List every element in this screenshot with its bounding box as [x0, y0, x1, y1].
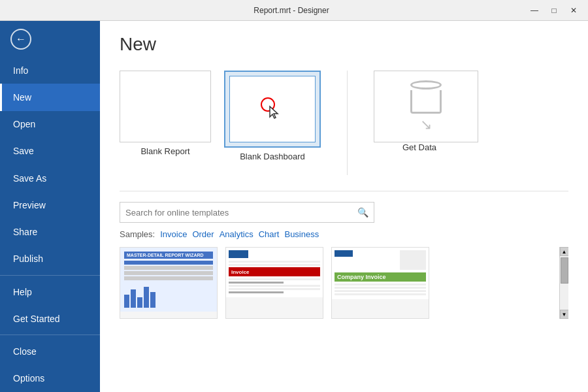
scroll-thumb[interactable]	[561, 257, 568, 284]
blank-dashboard-label: Blank Dashboard	[240, 152, 305, 161]
sidebar-label-save-as: Save As	[13, 173, 46, 184]
inv2-line2	[335, 287, 426, 289]
bar4	[144, 287, 149, 308]
cards-separator	[347, 71, 348, 175]
bar3	[137, 297, 142, 308]
blank-dashboard-inner	[229, 76, 316, 142]
sidebar-item-new[interactable]: New	[0, 84, 100, 110]
inv1-line1	[229, 261, 320, 263]
back-icon: ←	[10, 29, 31, 50]
blank-report-card[interactable]: Blank Report	[120, 71, 211, 156]
maximize-button[interactable]: □	[545, 3, 563, 18]
sidebar-item-close[interactable]: Close	[0, 338, 100, 365]
thumb-md-title: MASTER-DETAIL REPORT WIZARD	[124, 252, 213, 259]
database-icon: ↘	[410, 80, 442, 133]
close-button[interactable]: ✕	[564, 3, 583, 18]
title-bar: Report.mrt - Designer — □ ✕	[0, 0, 588, 21]
thumb-invoice1[interactable]: Invoice	[225, 247, 323, 319]
bar5	[150, 292, 155, 308]
inv1-line5	[229, 285, 320, 287]
db-body	[410, 90, 442, 114]
template-cards: Blank Report Blank Dashboard	[120, 71, 568, 175]
inv1-line7	[229, 291, 284, 293]
bar2	[131, 289, 136, 308]
inv1-red-text: Invoice	[231, 269, 250, 275]
inv1-line4	[229, 282, 284, 284]
pointer-icon	[269, 105, 280, 120]
inv2-address	[400, 250, 426, 270]
sample-business[interactable]: Business	[284, 229, 319, 239]
main-separator	[120, 191, 568, 191]
thumb-md-content: MASTER-DETAIL REPORT WIZARD	[120, 248, 217, 312]
thumb-md-row3	[124, 276, 213, 280]
sidebar-label-save: Save	[13, 146, 34, 156]
sidebar-item-get-started[interactable]: Get Started	[0, 305, 100, 332]
window-controls: — □ ✕	[525, 3, 583, 18]
sidebar-item-save-as[interactable]: Save As	[0, 165, 100, 191]
search-bar[interactable]: 🔍	[120, 202, 374, 223]
sample-chart[interactable]: Chart	[259, 229, 280, 239]
thumb-md-row1	[124, 266, 213, 270]
get-data-label: Get Data	[402, 142, 436, 152]
inv2-line3	[335, 290, 426, 292]
main-panel: New Blank Report	[100, 21, 588, 392]
blank-dashboard-preview	[224, 71, 321, 148]
thumbnails-area: MASTER-DETAIL REPORT WIZARD	[120, 247, 568, 319]
inv2-header	[335, 250, 426, 270]
sidebar-label-preview: Preview	[13, 200, 46, 210]
sidebar-label-share: Share	[13, 227, 37, 237]
bar1	[124, 295, 129, 308]
sidebar-item-help[interactable]: Help	[0, 278, 100, 305]
back-button[interactable]: ←	[0, 21, 100, 57]
inv2-logo	[335, 250, 353, 257]
sidebar-label-help: Help	[13, 287, 32, 297]
inv1-line3	[229, 278, 320, 280]
sidebar-label-get-started: Get Started	[13, 314, 60, 324]
thumbnails-row: MASTER-DETAIL REPORT WIZARD	[120, 247, 429, 319]
scroll-up-button[interactable]: ▲	[560, 247, 569, 256]
svg-marker-0	[270, 106, 278, 118]
sidebar-item-publish[interactable]: Publish	[0, 246, 100, 272]
sidebar-item-open[interactable]: Open	[0, 111, 100, 138]
sidebar-item-save[interactable]: Save	[0, 138, 100, 165]
thumb-invoice2[interactable]: Company Invoice	[331, 247, 429, 319]
sidebar-label-close: Close	[13, 346, 37, 357]
get-data-preview: ↘	[374, 71, 478, 142]
sidebar-item-preview[interactable]: Preview	[0, 191, 100, 218]
blank-report-preview	[120, 71, 211, 142]
thumb-inv1-logo	[229, 250, 248, 258]
sidebar-item-options[interactable]: Options	[0, 365, 100, 392]
app-body: ← Info New Open Save Save As Preview Sha…	[0, 21, 588, 392]
sidebar-label-info: Info	[13, 65, 28, 76]
get-data-card[interactable]: ↘ Get Data	[361, 71, 478, 152]
sample-analytics[interactable]: Analytics	[220, 229, 253, 239]
cursor-icon-area	[259, 96, 286, 122]
window-title: Report.mrt - Designer	[57, 6, 525, 15]
sidebar-item-share[interactable]: Share	[0, 219, 100, 246]
thumb-master-detail[interactable]: MASTER-DETAIL REPORT WIZARD	[120, 247, 218, 319]
scrollbar: ▲ ▼	[559, 247, 568, 319]
search-input[interactable]	[125, 208, 357, 218]
thumb-md-row2	[124, 271, 213, 275]
inv2-title-bar: Company Invoice	[335, 272, 426, 282]
sidebar-item-info[interactable]: Info	[0, 57, 100, 84]
sample-invoice[interactable]: Invoice	[160, 229, 187, 239]
inv2-title-text: Company Invoice	[337, 274, 386, 280]
inv1-line2	[229, 264, 320, 266]
thumb-md-header-row	[124, 261, 213, 265]
inv1-red-bar: Invoice	[229, 267, 320, 276]
sidebar-divider-2	[0, 335, 100, 335]
scroll-down-button[interactable]: ▼	[560, 310, 569, 319]
search-icon: 🔍	[357, 207, 368, 218]
sidebar-label-publish: Publish	[13, 253, 43, 264]
samples-label: Samples:	[120, 229, 155, 239]
sample-order[interactable]: Order	[192, 229, 214, 239]
page-title: New	[120, 34, 568, 55]
db-top	[410, 80, 442, 90]
sidebar-label-options: Options	[13, 373, 44, 384]
minimize-button[interactable]: —	[525, 3, 544, 18]
inv1-line6	[229, 288, 320, 290]
blank-dashboard-card[interactable]: Blank Dashboard	[224, 71, 321, 161]
blank-report-label: Blank Report	[140, 146, 189, 156]
thumb-md-chart	[124, 282, 213, 308]
